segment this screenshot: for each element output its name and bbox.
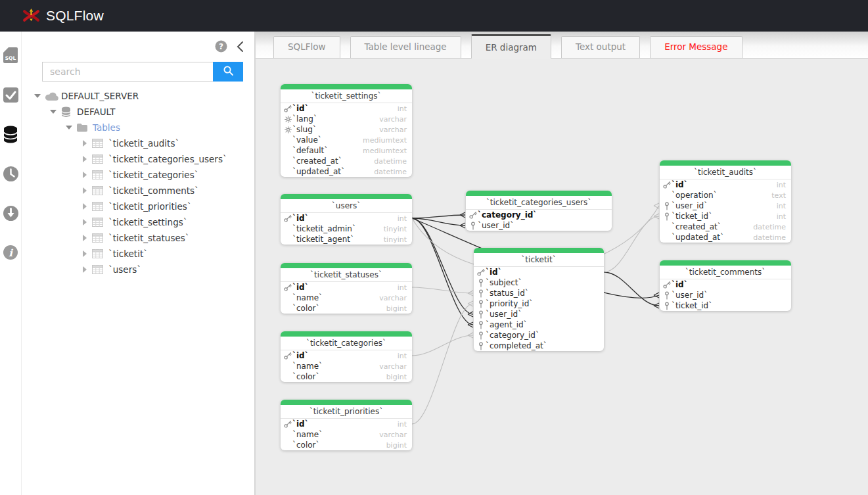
tree-item-table[interactable]: `ticketit`: [22, 246, 254, 262]
entity-title: `ticketit_settings`: [281, 89, 412, 103]
key-icon: [662, 281, 672, 289]
tree-item-table[interactable]: `ticketit_settings`: [22, 214, 254, 230]
entity-column-row: `color`bigint: [281, 371, 412, 382]
tree-item-table[interactable]: `ticketit_comments`: [22, 183, 254, 199]
tree-item-table[interactable]: `ticketit_categories`: [22, 167, 254, 183]
column-type: varchar: [373, 126, 407, 134]
entity-title: `ticketit_comments`: [660, 266, 791, 279]
entity-column-row: `slug`varchar: [281, 124, 412, 135]
sql-script-icon[interactable]: SQL: [2, 47, 19, 64]
entity-title: `ticketit_categories`: [281, 337, 412, 350]
caret-down-icon[interactable]: [64, 125, 74, 130]
entity-column-row: `priority_id`: [474, 298, 604, 309]
entity-column-row: `user_id`: [474, 309, 604, 319]
entity-title: `ticketit`: [474, 253, 604, 267]
tree-item-table[interactable]: `ticketit_categories_users`: [22, 151, 254, 167]
caret-right-icon[interactable]: [80, 140, 90, 147]
fk-icon: [468, 222, 478, 230]
unique-icon: [283, 116, 292, 123]
column-type: mediumtext: [356, 136, 407, 145]
entity-header-bar: [474, 248, 604, 253]
tree-item-label: DEFAULT: [77, 106, 115, 117]
tab-table-level-lineage[interactable]: Table level lineage: [350, 36, 461, 58]
entity-column-row: `color`bigint: [281, 303, 412, 314]
search-input[interactable]: [42, 62, 213, 82]
column-type: int: [391, 214, 407, 223]
column-type: int: [391, 352, 407, 360]
entity-ticketit_settings[interactable]: `ticketit_settings``id`int`lang`varchar`…: [281, 84, 412, 177]
column-name: `name`: [292, 293, 323, 302]
entity-column-row: `id`: [474, 267, 604, 277]
column-type: mediumtext: [356, 147, 407, 155]
entity-users[interactable]: `users``id`int`ticketit_admin`tinyint`ti…: [281, 194, 412, 245]
column-name: `agent_id`: [486, 320, 528, 329]
caret-right-icon[interactable]: [80, 187, 90, 194]
table-icon: [92, 154, 106, 164]
column-name: `id`: [292, 104, 309, 113]
entity-ticketit_priorities[interactable]: `ticketit_priorities``id`int`name`varcha…: [281, 400, 412, 450]
search-button[interactable]: [213, 62, 243, 82]
tree-item-table[interactable]: `ticketit_statuses`: [22, 230, 254, 246]
history-clock-icon[interactable]: [2, 165, 19, 182]
relationship-line: [412, 215, 465, 218]
key-icon: [283, 420, 292, 428]
tab-text-output[interactable]: Text output: [561, 36, 640, 58]
caret-right-icon[interactable]: [80, 266, 90, 273]
column-name: `id`: [292, 214, 309, 223]
caret-right-icon[interactable]: [80, 156, 90, 162]
caret-right-icon[interactable]: [80, 203, 90, 210]
tree-item-label: `ticketit_comments`: [108, 185, 199, 196]
collapse-chevron-icon[interactable]: [236, 41, 244, 55]
folder-icon: [76, 123, 91, 132]
schema-panel: ? DEFAULT_SERVERDEFAULTTables`ticketit_a…: [22, 32, 256, 495]
tab-sqlflow[interactable]: SQLFlow: [273, 36, 340, 58]
tree-item-database[interactable]: DEFAULT: [22, 104, 254, 120]
caret-down-icon[interactable]: [32, 93, 43, 99]
tree-item-table[interactable]: `ticketit_audits`: [22, 135, 254, 151]
column-name: `created_at`: [672, 222, 721, 231]
tree-item-label: Tables: [93, 122, 120, 133]
column-type: varchar: [373, 115, 407, 124]
database-icon[interactable]: [2, 126, 19, 143]
entity-column-row: `operation`text: [660, 190, 791, 200]
tab-error-message[interactable]: Error Message: [650, 36, 742, 58]
tab-er-diagram[interactable]: ER diagram: [471, 34, 551, 59]
caret-right-icon[interactable]: [80, 172, 90, 178]
caret-down-icon[interactable]: [48, 109, 58, 114]
tree-item-server[interactable]: DEFAULT_SERVER: [22, 88, 254, 104]
caret-right-icon[interactable]: [80, 235, 90, 241]
schema-tree: DEFAULT_SERVERDEFAULTTables`ticketit_aud…: [22, 88, 254, 277]
entity-ticketit[interactable]: `ticketit``id``subject``status_id``prior…: [474, 248, 604, 351]
entity-column-row: `created_at`datetime: [281, 156, 412, 166]
column-name: `ticket_id`: [672, 301, 712, 310]
entity-ticketit_statuses[interactable]: `ticketit_statuses``id`int`name`varchar`…: [281, 263, 412, 314]
entity-column-row: `user_id`: [660, 290, 791, 300]
entity-header-bar: [281, 400, 412, 405]
key-icon: [283, 214, 292, 222]
tree-item-table[interactable]: `users`: [22, 262, 254, 277]
entity-column-row: `ticket_id`: [660, 300, 791, 311]
entity-header-bar: [281, 331, 412, 337]
help-icon[interactable]: ?: [215, 40, 227, 55]
entity-title: `ticketit_statuses`: [281, 268, 412, 282]
tree-item-table[interactable]: `ticketit_priorities`: [22, 199, 254, 214]
download-icon[interactable]: [2, 204, 19, 222]
relationship-line: [412, 304, 473, 424]
entity-ticketit_categories_users[interactable]: `ticketit_categories_users``category_id`…: [466, 191, 612, 231]
entity-ticketit_comments[interactable]: `ticketit_comments``id``user_id``ticket_…: [660, 260, 791, 311]
caret-right-icon[interactable]: [80, 250, 90, 257]
column-name: `status_id`: [486, 289, 529, 298]
entity-column-row: `status_id`: [474, 288, 604, 298]
entity-ticketit_audits[interactable]: `ticketit_audits``id`int`operation`text`…: [660, 160, 791, 243]
entity-column-row: `updated_at`datetime: [660, 232, 791, 243]
tree-item-tables-folder[interactable]: Tables: [22, 120, 254, 135]
entity-title: `ticketit_audits`: [660, 166, 791, 179]
check-square-icon[interactable]: [2, 86, 19, 103]
entity-ticketit_categories[interactable]: `ticketit_categories``id`int`name`varcha…: [281, 331, 412, 382]
column-name: `id`: [292, 419, 309, 429]
column-name: `updated_at`: [292, 167, 345, 176]
caret-right-icon[interactable]: [80, 219, 90, 225]
tree-item-label: `ticketit_settings`: [108, 217, 188, 227]
info-icon[interactable]: i: [2, 244, 19, 261]
entity-column-row: `default`mediumtext: [281, 145, 412, 156]
